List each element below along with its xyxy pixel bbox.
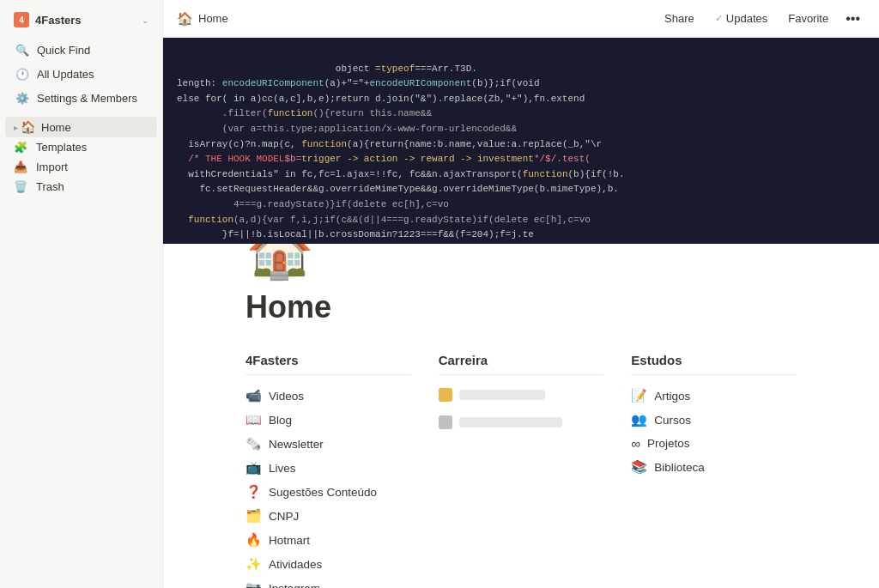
list-item[interactable]: 👥 Cursos [631,409,797,430]
trash-icon: 🗑️ [14,180,27,193]
sidebar: 4 4Fasters ⌄ 🔍 Quick Find 🕐 All Updates … [0,0,163,588]
favorite-button[interactable]: Favorite [779,9,837,28]
list-item[interactable]: ❓ Sugestões Conteúdo [246,482,411,502]
columns-grid: 4Fasters 📹 Videos 📖 Blog 🗞️ Newslette [246,353,797,588]
blurred-icon-1 [439,388,452,402]
checkmark-icon: ✓ [715,13,723,24]
page-title: Home [198,12,228,25]
share-button[interactable]: Share [656,9,703,28]
chevron-down-icon: ⌄ [142,15,149,25]
column-carreira: Carreira [439,353,604,588]
list-item[interactable]: 📷 Instagram [246,578,411,588]
sparkle-icon: ✨ [246,556,262,572]
sidebar-item-trash[interactable]: 🗑️ Trash [5,177,157,197]
search-icon: 🔍 [14,41,31,58]
sidebar-nav-section: 🔍 Quick Find 🕐 All Updates ⚙️ Settings &… [0,38,162,110]
sidebar-item-label: All Updates [37,68,94,81]
topbar: 🏠 Home Share ✓ Updates Favorite ••• [163,0,879,38]
import-icon: 📥 [14,161,27,173]
cover-code-display: object =typeof===Arr.T3D. length: encode… [163,38,879,244]
cover-image: object =typeof===Arr.T3D. length: encode… [163,38,879,244]
video-icon: 📹 [246,388,262,403]
gear-icon: ⚙️ [14,89,31,106]
book-icon: 📖 [246,412,262,427]
workspace-header[interactable]: 4 4Fasters ⌄ [5,7,157,33]
sidebar-item-templates[interactable]: 🧩 Templates [5,137,157,157]
page-body: 🏠 Home 4Fasters 📹 Videos 📖 Blog [163,218,879,588]
expand-icon: ▸ [14,123,18,132]
sidebar-page-label: Templates [36,141,87,154]
updates-button[interactable]: ✓ Updates [706,9,776,28]
workspace-icon: 4 [14,12,29,27]
blurred-text-2 [459,417,562,427]
column-estudos: Estudos 📝 Artigos 👥 Cursos ∞ Projetos [631,353,797,588]
column-items-carreira [439,385,604,432]
library-icon: 📚 [631,459,647,475]
sidebar-item-quick-find[interactable]: 🔍 Quick Find [5,38,157,62]
sidebar-item-label: Quick Find [37,44,90,57]
list-item[interactable]: 📺 Lives [246,458,411,478]
blurred-text-1 [459,390,545,400]
list-item-blurred[interactable] [439,413,604,432]
list-item-blurred[interactable] [439,385,604,404]
column-header-carreira: Carreira [439,353,604,375]
sidebar-page-label: Import [36,161,68,173]
page-content: object =typeof===Arr.T3D. length: encode… [163,38,879,588]
list-item[interactable]: 🗂️ CNPJ [246,506,411,526]
folder-icon: 🗂️ [246,508,262,524]
instagram-icon: 📷 [246,580,262,588]
column-items-estudos: 📝 Artigos 👥 Cursos ∞ Projetos 📚 [631,385,797,477]
sidebar-item-home[interactable]: ▸ 🏠 Home [5,117,157,137]
column-items-4fasters: 📹 Videos 📖 Blog 🗞️ Newsletter 📺 [246,385,411,588]
breadcrumb: 🏠 Home [177,11,656,27]
list-item[interactable]: 🗞️ Newsletter [246,433,411,454]
list-item[interactable]: ✨ Atividades [246,554,411,574]
fire-icon: 🔥 [246,532,262,548]
column-header-4fasters: 4Fasters [246,353,411,375]
courses-icon: 👥 [631,412,647,427]
tv-icon: 📺 [246,460,262,476]
sidebar-item-label: Settings & Members [37,92,137,105]
infinity-icon: ∞ [631,436,640,451]
sidebar-item-all-updates[interactable]: 🕐 All Updates [5,62,157,86]
list-item[interactable]: 📚 Biblioteca [631,457,797,477]
clock-icon: 🕐 [14,65,31,82]
templates-icon: 🧩 [14,141,27,154]
list-item[interactable]: 📝 Artigos [631,385,797,406]
page-icon: 🏠 [177,11,193,27]
sidebar-pages-section: ▸ 🏠 Home 🧩 Templates 📥 Import 🗑️ Trash [0,117,162,197]
sidebar-page-label: Home [41,121,71,134]
list-item[interactable]: 📖 Blog [246,409,411,430]
question-icon: ❓ [246,484,262,500]
column-4fasters: 4Fasters 📹 Videos 📖 Blog 🗞️ Newslette [246,353,411,588]
list-item[interactable]: 🔥 Hotmart [246,530,411,550]
main-content: 🏠 Home Share ✓ Updates Favorite ••• obje… [163,0,879,588]
newsletter-icon: 🗞️ [246,436,262,452]
blurred-icon-2 [439,415,452,429]
sidebar-page-label: Trash [36,180,64,193]
page-title-heading: Home [246,289,797,325]
list-item[interactable]: 📹 Videos [246,385,411,406]
list-item[interactable]: ∞ Projetos [631,433,797,453]
workspace-name: 4Fasters [35,14,142,27]
more-options-button[interactable]: ••• [840,8,865,30]
sidebar-item-settings[interactable]: ⚙️ Settings & Members [5,86,157,110]
sidebar-item-import[interactable]: 📥 Import [5,157,157,177]
topbar-actions: Share ✓ Updates Favorite ••• [656,8,865,30]
article-icon: 📝 [631,388,647,403]
column-header-estudos: Estudos [631,353,797,375]
home-icon: 🏠 [21,120,35,134]
